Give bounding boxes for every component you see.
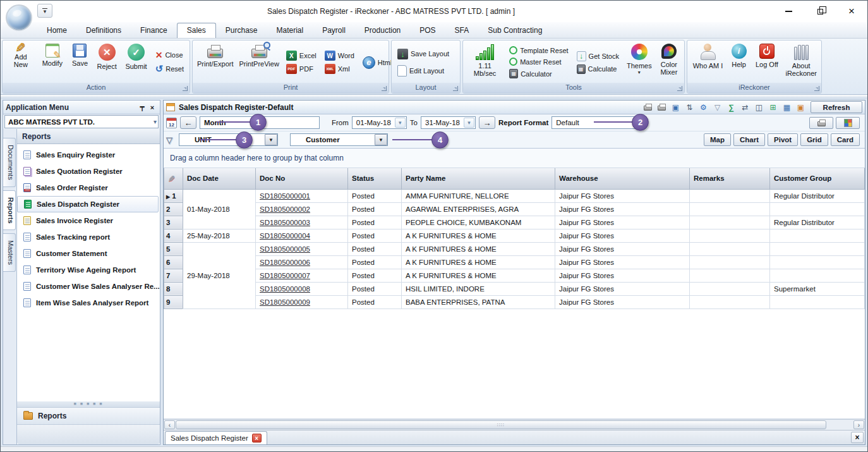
table-row[interactable]: 9 SD1805000009 Posted BABA ENTERPRISES, … [164, 295, 865, 308]
scroll-right-icon[interactable]: › [853, 420, 864, 429]
tab-sales[interactable]: Sales [177, 23, 216, 38]
table-row[interactable]: 4 25-May-2018 SD1805000004 Posted A K FU… [164, 229, 865, 242]
view-card-button[interactable]: Card [831, 133, 860, 146]
column-header-customer-group[interactable]: Customer Group [770, 168, 865, 189]
export-grid-button[interactable] [836, 117, 860, 129]
doc-no-link[interactable]: SD1805000004 [260, 232, 310, 240]
company-select[interactable]: ABC MATRESS PVT LTD. ▾ [4, 115, 159, 128]
sidebar-item-customer-wise-sales-analyser[interactable]: Customer Wise Sales Analyser Re... [17, 278, 160, 295]
print-layout-icon[interactable] [656, 102, 668, 113]
tab-definitions[interactable]: Definitions [76, 23, 131, 38]
row-header[interactable]: 3 [164, 216, 183, 229]
scrollbar-thumb[interactable]: ∷∷ [176, 420, 826, 429]
formula-icon[interactable]: ∑ [725, 102, 737, 113]
themes-button[interactable]: Themes ▾ [624, 42, 655, 83]
gear-icon[interactable]: ⚙ [697, 102, 709, 113]
next-period-button[interactable]: → [479, 116, 495, 129]
close-tab-icon[interactable]: × [252, 434, 262, 443]
doc-no-link[interactable]: SD1805000001 [260, 192, 310, 200]
scroll-left-icon[interactable]: ‹ [164, 420, 175, 429]
tab-home[interactable]: Home [37, 23, 76, 38]
refresh-button[interactable]: Refresh [811, 101, 862, 113]
best-fit-icon[interactable]: ◫ [753, 102, 765, 113]
view-chart-button[interactable]: Chart [733, 133, 765, 146]
previous-period-button[interactable]: ← [180, 116, 196, 129]
doc-no-link[interactable]: SD1805000007 [260, 272, 310, 279]
calculate-button[interactable]: ▦ Calculate [575, 64, 621, 75]
sidebar-item-territory-wise-ageing-report[interactable]: Territory Wise Ageing Report [17, 262, 160, 278]
add-column-icon[interactable]: ⊞ [767, 102, 779, 113]
excel-button[interactable]: X Excel [284, 50, 318, 61]
log-off-button[interactable]: Log Off [751, 42, 782, 83]
sort-icon[interactable]: ⇅ [684, 102, 696, 113]
sidebar-group-reports-button[interactable]: Reports [17, 407, 160, 424]
quick-access-toolbar-button[interactable]: ▾ [37, 4, 52, 18]
doc-no-link[interactable]: SD1805000002 [260, 205, 310, 213]
sidebar-item-sales-order-register[interactable]: Sales Order Register [17, 180, 160, 196]
column-header-status[interactable]: Status [348, 168, 402, 189]
doc-no-link[interactable]: SD1805000005 [260, 245, 310, 253]
print-export-button[interactable]: Print/Export [195, 42, 236, 83]
splitter-handle[interactable]: ■ ■ ■ ■ ■ [17, 401, 160, 407]
xml-button[interactable]: XML Xml [323, 63, 356, 75]
add-new-button[interactable]: ✎ Add New [4, 42, 37, 83]
column-header-party-name[interactable]: Party Name [402, 168, 555, 189]
template-reset-button[interactable]: Template Reset [507, 46, 570, 55]
customer-select[interactable]: Customer ▼ [290, 133, 388, 146]
master-reset-button[interactable]: Master Reset [507, 57, 570, 66]
color-mixer-button[interactable]: Color Mixer [656, 42, 682, 83]
table-row[interactable]: 7 SD1805000007 Posted A K FURNITURES & H… [164, 269, 865, 282]
print-preview-button[interactable]: PrintPreView [236, 42, 281, 83]
dialog-launcher-icon[interactable] [677, 86, 682, 91]
html-button[interactable]: e Html [361, 56, 394, 70]
table-row[interactable]: 5 29-May-2018 SD1805000005 Posted A K FU… [164, 242, 865, 255]
reject-button[interactable]: ✕ Reject [93, 42, 121, 83]
calculator-button[interactable]: ▦ Calculator [507, 68, 570, 79]
column-header-doc-date[interactable]: Doc Date [183, 168, 256, 189]
document-tab-sales-dispatch-register[interactable]: Sales Dispatch Register × [165, 431, 267, 444]
filter-icon[interactable]: ▽ [711, 102, 723, 113]
tab-sub-contracting[interactable]: Sub Contracting [478, 23, 552, 38]
clear-filter-header[interactable]: ✎ [164, 168, 183, 189]
horizontal-scrollbar[interactable]: ‹ ∷∷ › [164, 419, 865, 430]
save-layout-button[interactable]: ↓ Save Layout [395, 48, 451, 60]
column-width-icon[interactable]: ⇄ [739, 102, 751, 113]
table-view-icon[interactable]: ▦ [781, 102, 793, 113]
vertical-tab-documents[interactable]: Documents [3, 138, 16, 187]
tab-sfa[interactable]: SFA [445, 23, 479, 38]
print-icon[interactable] [642, 102, 654, 113]
close-panel-icon[interactable]: × [147, 102, 157, 112]
sidebar-item-sales-dispatch-register[interactable]: Sales Dispatch Register [17, 196, 159, 212]
doc-no-link[interactable]: SD1805000003 [260, 219, 310, 226]
row-header[interactable]: 2 [164, 202, 183, 216]
word-button[interactable]: W Word [323, 50, 356, 61]
sidebar-item-sales-enquiry-register[interactable]: Sales Enquiry Register [17, 147, 160, 163]
about-ireckoner-button[interactable]: About iReckoner [783, 42, 819, 83]
dialog-launcher-icon[interactable] [814, 86, 819, 91]
table-row[interactable]: 2 SD1805000002 Posted AGARWAL ENTERPRISE… [164, 202, 865, 216]
group-by-hint[interactable]: Drag a column header here to group by th… [164, 149, 865, 168]
row-header[interactable]: ▶1 [164, 189, 183, 202]
sidebar-item-item-wise-sales-analyser[interactable]: Item Wise Sales Analyser Report [17, 295, 160, 311]
sidebar-item-sales-invoice-register[interactable]: Sales Invoice Register [17, 212, 160, 229]
view-pivot-button[interactable]: Pivot [768, 133, 798, 146]
minimize-button[interactable] [781, 5, 795, 18]
edit-layout-button[interactable]: Edit Layout [395, 64, 451, 77]
restore-button[interactable] [813, 5, 827, 18]
view-grid-button[interactable]: Grid [800, 133, 828, 146]
doc-no-link[interactable]: SD1805000009 [260, 298, 310, 306]
row-header[interactable]: 8 [164, 282, 183, 295]
row-header[interactable]: 5 [164, 242, 183, 255]
reset-button[interactable]: ↺ Reset [154, 63, 186, 75]
row-header[interactable]: 7 [164, 269, 183, 282]
from-date-select[interactable]: 01-May-18 ▾ [352, 116, 407, 129]
vertical-tab-masters[interactable]: Masters [3, 233, 16, 272]
help-button[interactable]: i Help [727, 42, 750, 83]
tab-production[interactable]: Production [355, 23, 410, 38]
row-header[interactable]: 4 [164, 229, 183, 242]
tab-purchase[interactable]: Purchase [216, 23, 267, 38]
card-view-icon[interactable]: ▣ [795, 102, 807, 113]
table-row[interactable]: 6 SD1805000006 Posted A K FURNITURES & H… [164, 255, 865, 269]
column-header-warehouse[interactable]: Warehouse [555, 168, 690, 189]
close-all-tabs-button[interactable]: × [851, 432, 864, 443]
